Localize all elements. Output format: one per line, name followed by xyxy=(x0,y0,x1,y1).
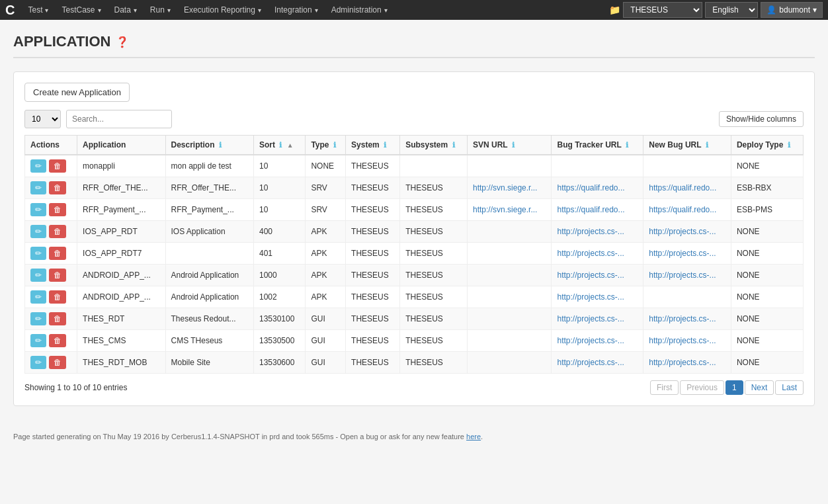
edit-button-8[interactable]: ✏ xyxy=(30,334,46,347)
nav-testcase-label: TestCase xyxy=(62,5,95,15)
delete-button-1[interactable]: 🗑 xyxy=(49,181,66,194)
delete-button-8[interactable]: 🗑 xyxy=(49,334,66,347)
bugtracker-link-5[interactable]: http://projects.cs-... xyxy=(557,271,638,280)
edit-button-5[interactable]: ✏ xyxy=(30,269,46,282)
cell-actions-4: ✏ 🗑 xyxy=(25,243,77,265)
edit-button-9[interactable]: ✏ xyxy=(30,356,46,369)
table-row: ✏ 🗑 IOS_APP_RDT IOS Application 400 APK … xyxy=(25,221,804,243)
bugtracker-link-8[interactable]: http://projects.cs-... xyxy=(557,336,638,345)
nav-administration[interactable]: Administration ▾ xyxy=(325,0,394,20)
cell-type-7: GUI xyxy=(306,308,346,330)
bugtracker-link-6[interactable]: http://projects.cs-... xyxy=(557,292,638,302)
cell-svnurl-9 xyxy=(468,352,552,374)
bugtracker-link-4[interactable]: http://projects.cs-... xyxy=(557,249,638,258)
nav-integration-caret: ▾ xyxy=(315,7,318,14)
nav-testcase[interactable]: TestCase ▾ xyxy=(55,0,107,20)
newbug-link-4[interactable]: http://projects.cs-... xyxy=(649,249,725,258)
footer-text: Page started generating on Thu May 19 20… xyxy=(13,433,464,441)
newbug-link-3[interactable]: http://projects.cs-... xyxy=(649,227,725,236)
newbug-link-1[interactable]: https://qualif.redo... xyxy=(649,183,725,192)
newbug-link-7[interactable]: http://projects.cs-... xyxy=(649,314,725,323)
cell-bugtracker-1: https://qualif.redo... xyxy=(552,177,643,199)
cell-sort-9: 13530600 xyxy=(253,352,305,374)
footer-link[interactable]: here xyxy=(466,433,481,441)
delete-button-4[interactable]: 🗑 xyxy=(49,247,66,260)
cell-system-8: THESEUS xyxy=(346,330,400,352)
cell-system-3: THESEUS xyxy=(346,221,400,243)
edit-button-1[interactable]: ✏ xyxy=(30,181,46,194)
bugtracker-link-9[interactable]: http://projects.cs-... xyxy=(557,358,638,367)
pagination-first-button[interactable]: First xyxy=(650,380,679,395)
cell-bugtracker-4: http://projects.cs-... xyxy=(552,243,643,265)
nav-integration-label: Integration xyxy=(274,5,312,15)
cell-type-3: APK xyxy=(306,221,346,243)
delete-button-0[interactable]: 🗑 xyxy=(49,159,66,173)
cell-type-6: APK xyxy=(306,286,346,308)
pagination-page1-button[interactable]: 1 xyxy=(725,380,743,395)
pagination-previous-button[interactable]: Previous xyxy=(680,380,724,395)
col-description: Description ℹ xyxy=(165,136,253,155)
edit-button-0[interactable]: ✏ xyxy=(30,159,46,173)
nav-integration[interactable]: Integration ▾ xyxy=(268,0,325,20)
svn-link-1[interactable]: http://svn.siege.r... xyxy=(473,183,546,192)
pagination: First Previous 1 Next Last xyxy=(650,380,804,395)
user-icon: 👤 xyxy=(766,5,776,15)
project-select[interactable]: THESEUS xyxy=(623,2,702,18)
newbug-link-8[interactable]: http://projects.cs-... xyxy=(649,336,725,345)
nav-data[interactable]: Data ▾ xyxy=(108,0,144,20)
newbug-link-5[interactable]: http://projects.cs-... xyxy=(649,271,725,280)
edit-button-3[interactable]: ✏ xyxy=(30,225,46,238)
toolbar-row: 10 25 50 100 Show/Hide columns xyxy=(24,110,804,128)
cell-bugtracker-8: http://projects.cs-... xyxy=(552,330,643,352)
bugtracker-link-7[interactable]: http://projects.cs-... xyxy=(557,314,638,323)
delete-button-5[interactable]: 🗑 xyxy=(49,269,66,282)
nav-run[interactable]: Run ▾ xyxy=(144,0,177,20)
edit-button-6[interactable]: ✏ xyxy=(30,290,46,304)
cell-newbug-4: http://projects.cs-... xyxy=(643,243,731,265)
nav-testcase-caret: ▾ xyxy=(98,7,101,14)
table-footer: Showing 1 to 10 of 10 entries First Prev… xyxy=(24,380,804,395)
cell-bugtracker-6: http://projects.cs-... xyxy=(552,286,643,308)
edit-button-2[interactable]: ✏ xyxy=(30,203,46,216)
bugtracker-link-3[interactable]: http://projects.cs-... xyxy=(557,227,638,236)
username-label: bdumont xyxy=(779,5,810,15)
brand-logo[interactable]: C xyxy=(5,3,15,18)
cell-type-8: GUI xyxy=(306,330,346,352)
nav-test[interactable]: Test ▾ xyxy=(21,0,55,20)
page-size-select[interactable]: 10 25 50 100 xyxy=(24,110,61,128)
table-row: ✏ 🗑 THES_CMS CMS THeseus 13530500 GUI TH… xyxy=(25,330,804,352)
edit-button-4[interactable]: ✏ xyxy=(30,247,46,260)
newbug-link-9[interactable]: http://projects.cs-... xyxy=(649,358,725,367)
cell-newbug-9: http://projects.cs-... xyxy=(643,352,731,374)
cell-bugtracker-3: http://projects.cs-... xyxy=(552,221,643,243)
delete-button-6[interactable]: 🗑 xyxy=(49,290,66,304)
table-header: Actions Application Description ℹ Sort ℹ… xyxy=(25,136,804,155)
bugtracker-link-2[interactable]: https://qualif.redo... xyxy=(557,205,638,214)
delete-button-9[interactable]: 🗑 xyxy=(49,356,66,369)
svn-link-2[interactable]: http://svn.siege.r... xyxy=(473,205,546,214)
newbug-link-2[interactable]: https://qualif.redo... xyxy=(649,205,725,214)
pagination-next-button[interactable]: Next xyxy=(745,380,774,395)
col-sort[interactable]: Sort ℹ ▲ xyxy=(253,136,305,155)
cell-system-0: THESEUS xyxy=(346,155,400,177)
newbug-info-icon: ℹ xyxy=(706,141,708,149)
language-select[interactable]: English xyxy=(705,2,758,18)
cell-actions-6: ✏ 🗑 xyxy=(25,286,77,308)
edit-button-7[interactable]: ✏ xyxy=(30,312,46,325)
pagination-last-button[interactable]: Last xyxy=(775,380,804,395)
show-hide-columns-button[interactable]: Show/Hide columns xyxy=(719,111,804,127)
cell-subsystem-1: THESEUS xyxy=(400,177,468,199)
subsystem-info-icon: ℹ xyxy=(452,141,455,149)
delete-button-2[interactable]: 🗑 xyxy=(49,203,66,216)
page-help-icon[interactable]: ❓ xyxy=(116,36,129,48)
brand-letter: C xyxy=(5,3,15,18)
delete-button-3[interactable]: 🗑 xyxy=(49,225,66,238)
create-application-button[interactable]: Create new Application xyxy=(24,83,130,102)
search-input[interactable] xyxy=(66,110,172,128)
user-menu-button[interactable]: 👤 bdumont ▾ xyxy=(761,2,823,18)
bugtracker-link-1[interactable]: https://qualif.redo... xyxy=(557,183,638,192)
delete-button-7[interactable]: 🗑 xyxy=(49,312,66,325)
nav-execution-reporting[interactable]: Execution Reporting ▾ xyxy=(177,0,268,20)
table-row: ✏ 🗑 RFR_Offer_THE... RFR_Offer_THE... 10… xyxy=(25,177,804,199)
cell-deploytype-7: NONE xyxy=(731,308,803,330)
